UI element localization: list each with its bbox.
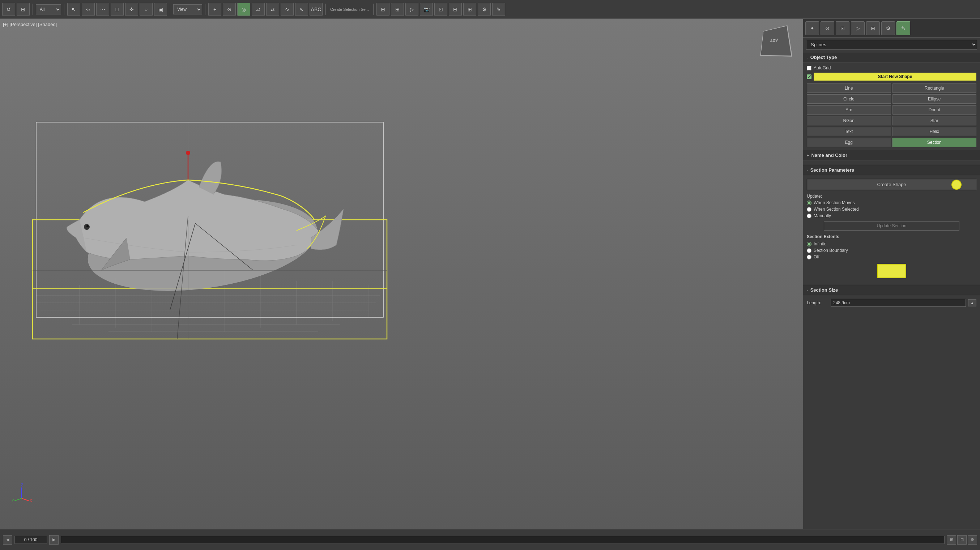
length-input[interactable]	[830, 299, 966, 307]
object-type-header[interactable]: - Object Type	[803, 52, 980, 62]
timeline-ctrl-1[interactable]: ⊞	[947, 535, 956, 545]
radio-when-section-selected: When Section Selected	[807, 207, 976, 212]
timeline-ctrl-3[interactable]: ⚙	[968, 535, 977, 545]
shape-btn-rectangle[interactable]: Rectangle	[892, 84, 977, 93]
select-all[interactable]: All	[36, 4, 61, 14]
axis-indicator: Z X Y	[11, 482, 33, 504]
section-params-title: Section Parameters	[810, 167, 854, 173]
shape-btn-circle[interactable]: Circle	[807, 94, 891, 104]
rp-modify-icon[interactable]: ⊙	[821, 21, 834, 35]
shape-btn-ellipse[interactable]: Ellipse	[892, 94, 977, 104]
length-spinner-up[interactable]: ▲	[968, 299, 976, 306]
toolbar-separator-6	[373, 4, 374, 15]
shape-btn-section[interactable]: Section	[892, 138, 977, 147]
autogrid-label: AutoGrid	[814, 65, 830, 70]
toolbar-snap-btn[interactable]: ◎	[237, 3, 250, 16]
toolbar-render3-btn[interactable]: ⊟	[449, 3, 462, 16]
toolbar-rect-btn[interactable]: □	[111, 3, 124, 16]
toolbar-grid-btn[interactable]: ⊞	[391, 3, 404, 16]
svg-text:Y: Y	[11, 499, 14, 502]
shape-btn-line[interactable]: Line	[807, 84, 891, 93]
toolbar-render-btn[interactable]: ▷	[406, 3, 418, 16]
toolbar-mirror-btn[interactable]: ⇄	[252, 3, 265, 16]
start-new-shape-button[interactable]: Start New Shape	[814, 73, 976, 81]
toolbar-settings-btn[interactable]: ⚙	[478, 3, 491, 16]
svg-point-21	[186, 151, 190, 155]
timeline-track[interactable]	[61, 536, 945, 544]
shape-btn-arc[interactable]: Arc	[807, 105, 891, 114]
toolbar-separator-3	[170, 4, 170, 15]
create-selection-label: Create Selection Se...	[329, 7, 370, 11]
start-new-shape-checkbox[interactable]	[807, 74, 811, 79]
toolbar-screen-btn[interactable]: ▣	[154, 3, 167, 16]
toolbar-abc-btn[interactable]: ABC	[310, 3, 323, 16]
create-shape-button[interactable]: Create Shape	[807, 179, 976, 190]
toolbar-separator-5	[325, 4, 326, 15]
color-swatch-area	[807, 261, 976, 281]
timeline-counter: 0 / 100	[14, 536, 47, 544]
timeline-prev-btn[interactable]: ◀	[3, 535, 12, 545]
rp-splines-bar: Splines	[803, 38, 980, 52]
nav-cube[interactable]: ADV	[759, 26, 795, 62]
autogrid-checkbox[interactable]	[807, 66, 811, 70]
shape-btn-egg[interactable]: Egg	[807, 138, 891, 147]
shape-btn-text[interactable]: Text	[807, 127, 891, 136]
splines-select[interactable]: Splines	[806, 40, 977, 49]
start-new-shape-row: Start New Shape	[807, 73, 976, 81]
toolbar-icon-2[interactable]: ⊞	[17, 3, 30, 16]
toolbar-wave-btn[interactable]: ∿	[281, 3, 294, 16]
rp-display-icon[interactable]: ⊞	[866, 21, 880, 35]
radio-infinite-input[interactable]	[807, 242, 811, 246]
radio-off-input[interactable]	[807, 255, 811, 260]
toolbar-camera-btn[interactable]: 📷	[420, 3, 433, 16]
radio-section-boundary: Section Boundary	[807, 248, 976, 253]
toolbar-move-btn[interactable]: ⇔	[82, 3, 95, 16]
radio-manually-input[interactable]	[807, 214, 811, 218]
update-section-button[interactable]: Update Section	[824, 221, 959, 231]
toolbar-dropdown-all[interactable]: All	[36, 4, 61, 14]
toolbar-pencil-btn[interactable]: ✎	[492, 3, 505, 16]
toolbar-render4-btn[interactable]: ⊞	[463, 3, 476, 16]
timeline-ctrl-2[interactable]: ⊡	[957, 535, 967, 545]
rp-pencil-icon[interactable]: ✎	[896, 21, 910, 35]
shape-btn-star[interactable]: Star	[892, 116, 977, 125]
radio-when-section-selected-input[interactable]	[807, 207, 811, 212]
toolbar-layers-btn[interactable]: ⊞	[377, 3, 390, 16]
right-panel: ✦ ⊙ ⊡ ▷ ⊞ ⚙ ✎ Splines - Object Type Auto…	[803, 19, 980, 529]
create-shape-indicator	[951, 180, 962, 190]
timeline-next-btn[interactable]: ▶	[49, 535, 59, 545]
section-size-title: Section Size	[810, 287, 838, 293]
toolbar-plus-btn[interactable]: +	[208, 3, 221, 16]
name-color-header[interactable]: + Name and Color	[803, 150, 980, 160]
viewport-3d[interactable]: [+] [Perspective] [Shaded]	[0, 19, 803, 529]
length-row: Length: ▲	[807, 299, 976, 307]
toolbar-select-btn[interactable]: ↖	[67, 3, 80, 16]
section-size-header[interactable]: - Section Size	[803, 285, 980, 295]
name-color-collapse-arrow: +	[807, 153, 809, 158]
rp-motion-icon[interactable]: ▷	[851, 21, 865, 35]
nav-cube-box[interactable]: ADV	[760, 25, 792, 57]
toolbar-circle-btn[interactable]: ○	[140, 3, 153, 16]
main-toolbar: ↺ ⊞ All ↖ ⇔ ⋯ □ ✛ ○ ▣ View + ⊗ ◎ ⇄ ⇄ ∿ ∿…	[0, 0, 980, 19]
shape-btn-ngon[interactable]: NGon	[807, 116, 891, 125]
view-dropdown[interactable]: View	[173, 4, 202, 14]
rp-utilities-icon[interactable]: ⚙	[881, 21, 895, 35]
section-params-collapse-arrow: -	[807, 168, 808, 172]
toolbar-node-btn[interactable]: ⊗	[223, 3, 236, 16]
toolbar-render2-btn[interactable]: ⊡	[434, 3, 447, 16]
color-swatch[interactable]	[877, 264, 906, 278]
toolbar-dotted-btn[interactable]: ⋯	[96, 3, 109, 16]
radio-infinite-label: Infinite	[814, 241, 826, 246]
toolbar-wave2-btn[interactable]: ∿	[295, 3, 308, 16]
radio-section-boundary-input[interactable]	[807, 248, 811, 253]
shape-btn-donut[interactable]: Donut	[892, 105, 977, 114]
toolbar-cross-btn[interactable]: ✛	[125, 3, 138, 16]
shape-btn-helix[interactable]: Helix	[892, 127, 977, 136]
rp-create-icon[interactable]: ✦	[805, 21, 819, 35]
section-params-header[interactable]: - Section Parameters	[803, 165, 980, 175]
toolbar-mirror2-btn[interactable]: ⇄	[266, 3, 279, 16]
length-label: Length:	[807, 300, 829, 305]
rp-hierarchy-icon[interactable]: ⊡	[836, 21, 850, 35]
radio-when-section-moves-input[interactable]	[807, 201, 811, 205]
toolbar-icon-1[interactable]: ↺	[2, 3, 15, 16]
